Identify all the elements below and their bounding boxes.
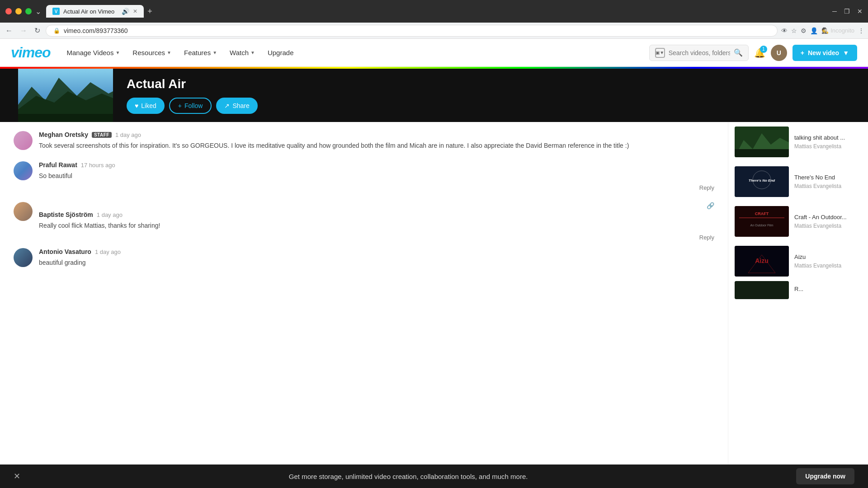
reply-button[interactable]: Reply — [699, 184, 714, 191]
video-title: There's No End — [794, 174, 862, 182]
upgrade-now-button[interactable]: Upgrade now — [796, 468, 854, 484]
video-author: Mattias Evangelista — [794, 263, 862, 269]
window-close-btn[interactable] — [5, 8, 12, 14]
svg-rect-3 — [18, 114, 113, 122]
sidebar-video-item[interactable]: Aizu Aizu Mattias Evangelista — [728, 241, 868, 281]
sidebar-video-item[interactable]: talking shit about ... Mattias Evangelis… — [728, 122, 868, 162]
svg-rect-17 — [735, 281, 789, 299]
forward-btn[interactable]: → — [18, 25, 29, 37]
bottom-banner: ✕ Get more storage, unlimited video crea… — [0, 465, 868, 488]
new-video-chevron-icon: ▼ — [843, 49, 849, 56]
follow-button[interactable]: + Follow — [169, 98, 212, 114]
extensions-icon[interactable]: ⚙ — [801, 27, 807, 34]
sidebar-video-item[interactable]: There's No End There's No End Mattias Ev… — [728, 162, 868, 202]
video-author: Mattias Evangelista — [794, 143, 862, 150]
svg-rect-12 — [739, 217, 784, 218]
nav-features[interactable]: Features ▼ — [179, 45, 222, 60]
commenter-name[interactable]: Antonio Vasaturo — [39, 248, 91, 255]
commenter-name[interactable]: Meghan Oretsky — [39, 131, 88, 138]
commenter-name[interactable]: Baptiste Sjöström — [39, 211, 93, 218]
svg-text:CRAFT: CRAFT — [755, 211, 769, 216]
search-icon[interactable]: 🔍 — [734, 48, 743, 57]
window-controls — [5, 8, 32, 14]
comment-actions: Reply — [39, 234, 714, 241]
win-restore-icon[interactable]: ❐ — [844, 8, 850, 15]
comment-item: Praful Rawat 17 hours ago So beautiful R… — [14, 161, 714, 191]
video-thumbnail — [735, 281, 789, 299]
comment-header: Praful Rawat 17 hours ago — [39, 161, 714, 169]
sidebar-video-item[interactable]: CRAFT An Outdoor Film Craft - An Outdoor… — [728, 202, 868, 241]
profile-info: Actual Air ♥ Liked + Follow ↗ Share — [113, 68, 271, 123]
staff-badge: STAFF — [92, 132, 112, 138]
window-maximize-btn[interactable] — [25, 8, 32, 14]
svg-rect-10 — [735, 206, 789, 237]
active-tab[interactable]: V Actual Air on Vimeo 🔊 ✕ — [46, 5, 144, 18]
comment-header: Antonio Vasaturo 1 day ago — [39, 248, 714, 255]
url-text: vimeo.com/893773360 — [64, 27, 128, 34]
nav-resources[interactable]: Resources ▼ — [127, 45, 177, 60]
comment-item: Antonio Vasaturo 1 day ago beautiful gra… — [14, 248, 714, 267]
tab-close-btn[interactable]: ✕ — [133, 8, 137, 14]
search-container[interactable]: ▣▼ 🔍 — [649, 45, 749, 61]
comment-time: 17 hours ago — [81, 162, 115, 169]
comment-time: 1 day ago — [115, 131, 141, 138]
win-close-icon[interactable]: ✕ — [857, 8, 863, 15]
new-video-button[interactable]: + New video ▼ — [793, 45, 857, 61]
user-avatar[interactable]: U — [771, 45, 787, 61]
comments-section: Meghan Oretsky STAFF 1 day ago Took seve… — [0, 122, 728, 465]
tab-bar: ⌄ V Actual Air on Vimeo 🔊 ✕ + — [35, 5, 829, 18]
nav-manage-videos[interactable]: Manage Videos ▼ — [61, 45, 125, 60]
new-tab-btn[interactable]: + — [147, 7, 152, 16]
share-label: Share — [232, 102, 249, 109]
notifications-btn[interactable]: 🔔 1 — [754, 47, 765, 58]
comment-time: 1 day ago — [95, 249, 121, 255]
notification-badge: 1 — [760, 46, 767, 53]
menu-icon[interactable]: ⋮ — [858, 27, 864, 34]
liked-button[interactable]: ♥ Liked — [127, 98, 165, 114]
video-thumbnail: There's No End — [735, 166, 789, 197]
main-content: Meghan Oretsky STAFF 1 day ago Took seve… — [0, 122, 868, 465]
reload-btn[interactable]: ↻ — [33, 24, 42, 37]
url-bar[interactable]: 🔒 vimeo.com/893773360 — [46, 25, 778, 37]
video-thumbnail: Aizu — [735, 246, 789, 277]
video-title: talking shit about ... — [794, 134, 862, 142]
banner-close-button[interactable]: ✕ — [14, 471, 20, 481]
comment-item: 🔗 Baptiste Sjöström 1 day ago Really coo… — [14, 202, 714, 241]
commenter-name[interactable]: Praful Rawat — [39, 161, 77, 169]
video-meta: There's No End Mattias Evangelista — [794, 174, 862, 190]
link-icon[interactable]: 🔗 — [707, 202, 714, 209]
manage-videos-label: Manage Videos — [66, 49, 113, 56]
address-actions: 👁 ☆ ⚙ 👤 🕵️ Incognito ⋮ — [781, 27, 864, 34]
tab-audio-icon[interactable]: 🔊 — [122, 8, 129, 15]
search-input[interactable] — [669, 49, 730, 56]
comment-text: beautiful grading — [39, 258, 714, 267]
profile-icon[interactable]: 👤 — [810, 27, 818, 34]
window-buttons: ─ ❐ ✕ — [832, 8, 863, 15]
back-btn[interactable]: ← — [4, 25, 14, 37]
browser-chrome: ⌄ V Actual Air on Vimeo 🔊 ✕ + ─ ❐ ✕ — [0, 0, 868, 23]
eye-off-icon[interactable]: 👁 — [781, 27, 788, 34]
incognito-indicator: 🕵️ Incognito — [821, 27, 854, 34]
bookmark-icon[interactable]: ☆ — [791, 27, 797, 34]
video-title: R... — [794, 286, 862, 293]
svg-text:There's No End: There's No End — [749, 178, 775, 183]
video-meta: Aizu Mattias Evangelista — [794, 253, 862, 269]
search-mode-selector[interactable]: ▣▼ — [655, 48, 665, 58]
win-minimize-icon[interactable]: ─ — [832, 8, 837, 15]
resources-label: Resources — [132, 49, 165, 56]
comment-text: Took several screenshots of this for ins… — [39, 141, 714, 150]
video-title: Craft - An Outdoor... — [794, 214, 862, 221]
nav-upgrade[interactable]: Upgrade — [262, 45, 299, 60]
window-minimize-btn[interactable] — [15, 8, 22, 14]
tab-list-btn[interactable]: ⌄ — [35, 7, 44, 16]
comment-time: 1 day ago — [97, 211, 123, 218]
vimeo-logo[interactable]: vimeo — [11, 44, 50, 61]
banner-text: Get more storage, unlimited video creati… — [289, 473, 528, 480]
new-video-label: New video — [808, 49, 839, 56]
watch-chevron-icon: ▼ — [250, 50, 255, 55]
nav-watch[interactable]: Watch ▼ — [224, 45, 260, 60]
sidebar-video-item[interactable]: R... — [728, 281, 868, 299]
heart-icon: ♥ — [135, 102, 138, 109]
reply-button[interactable]: Reply — [699, 234, 714, 241]
share-button[interactable]: ↗ Share — [216, 98, 257, 114]
